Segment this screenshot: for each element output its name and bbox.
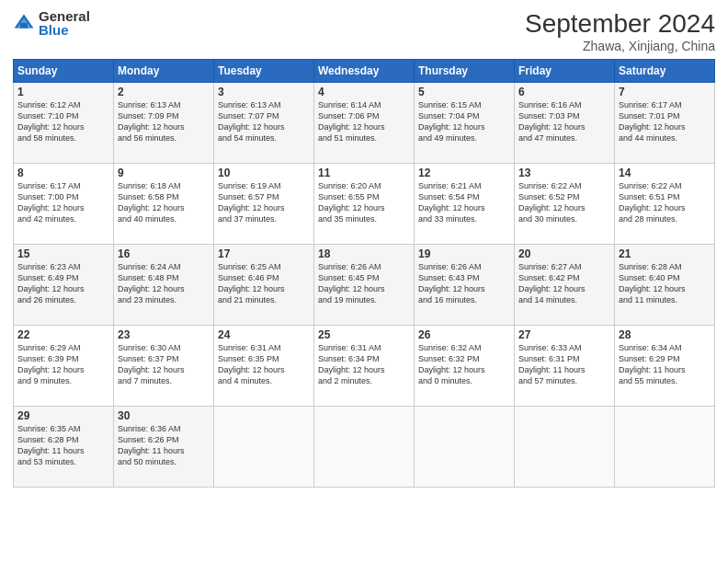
day-number: 26 <box>418 328 510 341</box>
calendar-cell <box>615 407 715 488</box>
day-number: 21 <box>619 247 711 260</box>
location-title: Zhawa, Xinjiang, China <box>525 39 715 53</box>
day-number: 7 <box>619 86 711 98</box>
calendar-cell: 28Sunrise: 6:34 AM Sunset: 6:29 PM Dayli… <box>615 326 715 407</box>
day-info: Sunrise: 6:22 AM Sunset: 6:52 PM Dayligh… <box>518 180 610 225</box>
day-number: 24 <box>218 328 310 341</box>
day-info: Sunrise: 6:30 AM Sunset: 6:37 PM Dayligh… <box>118 342 210 387</box>
calendar-cell <box>214 407 314 488</box>
day-number: 15 <box>17 247 109 260</box>
day-info: Sunrise: 6:22 AM Sunset: 6:51 PM Dayligh… <box>619 180 711 225</box>
day-number: 8 <box>17 167 109 179</box>
day-number: 3 <box>218 86 310 98</box>
logo-icon <box>13 12 35 34</box>
day-info: Sunrise: 6:26 AM Sunset: 6:43 PM Dayligh… <box>418 261 510 306</box>
calendar-cell: 27Sunrise: 6:33 AM Sunset: 6:31 PM Dayli… <box>515 326 615 407</box>
day-info: Sunrise: 6:14 AM Sunset: 7:06 PM Dayligh… <box>318 99 410 144</box>
calendar-cell: 4Sunrise: 6:14 AM Sunset: 7:06 PM Daylig… <box>314 83 415 164</box>
calendar-cell: 2Sunrise: 6:13 AM Sunset: 7:09 PM Daylig… <box>114 83 214 164</box>
day-number: 2 <box>118 86 210 98</box>
day-number: 13 <box>518 167 610 179</box>
weekday-header-row: SundayMondayTuesdayWednesdayThursdayFrid… <box>14 60 715 83</box>
week-row-2: 8Sunrise: 6:17 AM Sunset: 7:00 PM Daylig… <box>14 164 715 245</box>
logo-general-text: General <box>39 9 90 23</box>
logo-blue-text: Blue <box>39 23 90 37</box>
day-info: Sunrise: 6:17 AM Sunset: 7:01 PM Dayligh… <box>619 99 711 144</box>
weekday-thursday: Thursday <box>415 60 515 83</box>
day-number: 5 <box>418 86 510 98</box>
day-info: Sunrise: 6:13 AM Sunset: 7:07 PM Dayligh… <box>218 99 310 144</box>
day-info: Sunrise: 6:17 AM Sunset: 7:00 PM Dayligh… <box>17 180 109 225</box>
day-info: Sunrise: 6:18 AM Sunset: 6:58 PM Dayligh… <box>118 180 210 225</box>
day-info: Sunrise: 6:31 AM Sunset: 6:34 PM Dayligh… <box>318 342 410 387</box>
calendar-cell: 21Sunrise: 6:28 AM Sunset: 6:40 PM Dayli… <box>615 245 715 326</box>
calendar-cell: 8Sunrise: 6:17 AM Sunset: 7:00 PM Daylig… <box>14 164 114 245</box>
calendar-cell: 30Sunrise: 6:36 AM Sunset: 6:26 PM Dayli… <box>114 407 214 488</box>
day-number: 10 <box>218 167 310 179</box>
day-number: 18 <box>318 247 410 260</box>
calendar-cell: 16Sunrise: 6:24 AM Sunset: 6:48 PM Dayli… <box>114 245 214 326</box>
calendar-cell: 17Sunrise: 6:25 AM Sunset: 6:46 PM Dayli… <box>214 245 314 326</box>
calendar-cell: 7Sunrise: 6:17 AM Sunset: 7:01 PM Daylig… <box>615 83 715 164</box>
day-info: Sunrise: 6:21 AM Sunset: 6:54 PM Dayligh… <box>418 180 510 225</box>
day-info: Sunrise: 6:13 AM Sunset: 7:09 PM Dayligh… <box>118 99 210 144</box>
calendar-cell: 23Sunrise: 6:30 AM Sunset: 6:37 PM Dayli… <box>114 326 214 407</box>
calendar-cell: 25Sunrise: 6:31 AM Sunset: 6:34 PM Dayli… <box>314 326 415 407</box>
day-info: Sunrise: 6:32 AM Sunset: 6:32 PM Dayligh… <box>418 342 510 387</box>
day-number: 12 <box>418 167 510 179</box>
title-block: September 2024 Zhawa, Xinjiang, China <box>525 9 715 53</box>
day-info: Sunrise: 6:19 AM Sunset: 6:57 PM Dayligh… <box>218 180 310 225</box>
day-number: 16 <box>118 247 210 260</box>
calendar-cell <box>515 407 615 488</box>
day-number: 22 <box>17 328 109 341</box>
day-info: Sunrise: 6:34 AM Sunset: 6:29 PM Dayligh… <box>619 342 711 387</box>
weekday-tuesday: Tuesday <box>214 60 314 83</box>
logo: General Blue <box>13 9 90 37</box>
week-row-3: 15Sunrise: 6:23 AM Sunset: 6:49 PM Dayli… <box>14 245 715 326</box>
day-number: 9 <box>118 167 210 179</box>
calendar-cell: 12Sunrise: 6:21 AM Sunset: 6:54 PM Dayli… <box>415 164 515 245</box>
calendar-cell: 14Sunrise: 6:22 AM Sunset: 6:51 PM Dayli… <box>615 164 715 245</box>
calendar-cell <box>415 407 515 488</box>
day-info: Sunrise: 6:15 AM Sunset: 7:04 PM Dayligh… <box>418 99 510 144</box>
calendar-cell: 22Sunrise: 6:29 AM Sunset: 6:39 PM Dayli… <box>14 326 114 407</box>
day-info: Sunrise: 6:29 AM Sunset: 6:39 PM Dayligh… <box>17 342 109 387</box>
day-number: 1 <box>17 86 109 98</box>
calendar-cell: 20Sunrise: 6:27 AM Sunset: 6:42 PM Dayli… <box>515 245 615 326</box>
day-number: 11 <box>318 167 410 179</box>
day-number: 4 <box>318 86 410 98</box>
day-info: Sunrise: 6:25 AM Sunset: 6:46 PM Dayligh… <box>218 261 310 306</box>
day-info: Sunrise: 6:26 AM Sunset: 6:45 PM Dayligh… <box>318 261 410 306</box>
calendar-cell: 3Sunrise: 6:13 AM Sunset: 7:07 PM Daylig… <box>214 83 314 164</box>
calendar-cell: 11Sunrise: 6:20 AM Sunset: 6:55 PM Dayli… <box>314 164 415 245</box>
day-info: Sunrise: 6:27 AM Sunset: 6:42 PM Dayligh… <box>518 261 610 306</box>
week-row-1: 1Sunrise: 6:12 AM Sunset: 7:10 PM Daylig… <box>14 83 715 164</box>
day-info: Sunrise: 6:24 AM Sunset: 6:48 PM Dayligh… <box>118 261 210 306</box>
calendar-cell: 29Sunrise: 6:35 AM Sunset: 6:28 PM Dayli… <box>14 407 114 488</box>
day-info: Sunrise: 6:12 AM Sunset: 7:10 PM Dayligh… <box>17 99 109 144</box>
day-info: Sunrise: 6:23 AM Sunset: 6:49 PM Dayligh… <box>17 261 109 306</box>
calendar-table: SundayMondayTuesdayWednesdayThursdayFrid… <box>13 59 715 488</box>
calendar-cell: 19Sunrise: 6:26 AM Sunset: 6:43 PM Dayli… <box>415 245 515 326</box>
weekday-wednesday: Wednesday <box>314 60 415 83</box>
day-info: Sunrise: 6:28 AM Sunset: 6:40 PM Dayligh… <box>619 261 711 306</box>
day-number: 17 <box>218 247 310 260</box>
day-number: 28 <box>619 328 711 341</box>
calendar-cell: 13Sunrise: 6:22 AM Sunset: 6:52 PM Dayli… <box>515 164 615 245</box>
calendar-cell: 15Sunrise: 6:23 AM Sunset: 6:49 PM Dayli… <box>14 245 114 326</box>
day-info: Sunrise: 6:33 AM Sunset: 6:31 PM Dayligh… <box>518 342 610 387</box>
page: General Blue September 2024 Zhawa, Xinji… <box>0 0 728 563</box>
weekday-friday: Friday <box>515 60 615 83</box>
weekday-monday: Monday <box>114 60 214 83</box>
calendar-cell: 6Sunrise: 6:16 AM Sunset: 7:03 PM Daylig… <box>515 83 615 164</box>
calendar-cell: 26Sunrise: 6:32 AM Sunset: 6:32 PM Dayli… <box>415 326 515 407</box>
week-row-5: 29Sunrise: 6:35 AM Sunset: 6:28 PM Dayli… <box>14 407 715 488</box>
calendar-cell: 10Sunrise: 6:19 AM Sunset: 6:57 PM Dayli… <box>214 164 314 245</box>
svg-rect-2 <box>20 23 28 29</box>
day-number: 20 <box>518 247 610 260</box>
calendar-cell: 24Sunrise: 6:31 AM Sunset: 6:35 PM Dayli… <box>214 326 314 407</box>
day-number: 27 <box>518 328 610 341</box>
calendar-cell: 9Sunrise: 6:18 AM Sunset: 6:58 PM Daylig… <box>114 164 214 245</box>
logo-text: General Blue <box>39 9 90 37</box>
day-number: 29 <box>17 409 109 422</box>
